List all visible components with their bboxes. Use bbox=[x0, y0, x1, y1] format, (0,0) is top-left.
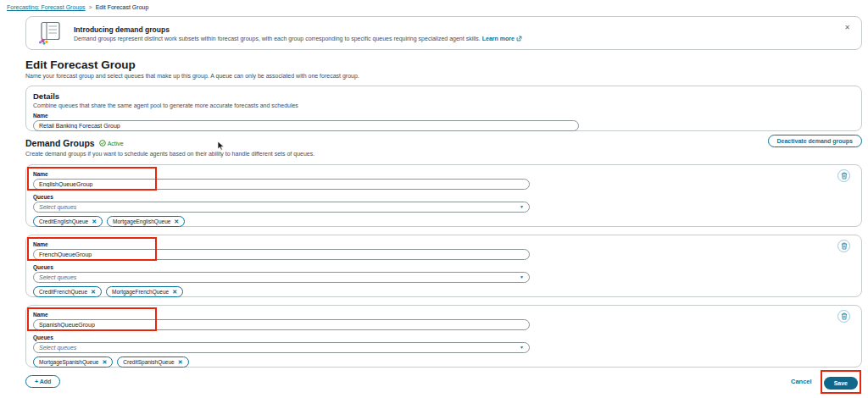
queues-select[interactable]: Select queues ▼ bbox=[33, 272, 530, 283]
demand-group-card-french: Name Queues Select queues ▼ CreditFrench… bbox=[25, 235, 862, 297]
queue-chip-label: MortgageEnglishQueue bbox=[113, 218, 170, 224]
queues-select[interactable]: Select queues ▼ bbox=[33, 202, 530, 213]
chevron-down-icon: ▼ bbox=[520, 345, 524, 350]
details-card: Details Combine queues that share the sa… bbox=[25, 86, 862, 131]
trash-icon bbox=[841, 172, 848, 180]
demand-group-card-spanish: Name Queues Select queues ▼ MortgageSpan… bbox=[25, 305, 862, 368]
plus-icon: + bbox=[35, 379, 38, 384]
queue-chip-label: MortgageSpanishQueue bbox=[39, 359, 98, 365]
trash-icon bbox=[841, 312, 848, 320]
page-subtitle: Name your forecast group and select queu… bbox=[25, 73, 868, 79]
demand-groups-banner: Introducing demand groups Demand groups … bbox=[25, 16, 862, 50]
dismiss-icon[interactable]: ✕ bbox=[172, 289, 177, 295]
group-name-label: Name bbox=[33, 171, 854, 177]
queue-chip: CreditFrenchQueue ✕ bbox=[33, 286, 102, 297]
cancel-button[interactable]: Cancel bbox=[791, 378, 812, 385]
queue-chip: MortgageEnglishQueue ✕ bbox=[107, 216, 185, 227]
queue-chip: MortgageFrenchQueue ✕ bbox=[106, 286, 183, 297]
queue-chip: CreditEnglishQueue ✕ bbox=[33, 216, 103, 227]
selected-queues: CreditEnglishQueue ✕ MortgageEnglishQueu… bbox=[33, 216, 854, 227]
demand-group-card-english: Name Queues Select queues ▼ CreditEnglis… bbox=[25, 164, 862, 227]
delete-group-button[interactable] bbox=[837, 240, 850, 252]
details-title: Details bbox=[33, 91, 854, 101]
demand-groups-title: Demand Groups bbox=[25, 138, 95, 148]
status-badge: Active bbox=[99, 140, 124, 146]
group-queues-label: Queues bbox=[33, 194, 854, 200]
deactivate-demand-groups-button[interactable]: Deactivate demand groups bbox=[768, 135, 862, 147]
demand-groups-illustration-icon bbox=[38, 21, 62, 45]
breadcrumb-current: Edit Forecast Group bbox=[96, 4, 149, 10]
dismiss-icon[interactable]: ✕ bbox=[174, 218, 179, 224]
queues-select-placeholder: Select queues bbox=[39, 204, 76, 210]
learn-more-link[interactable]: Learn more bbox=[482, 36, 515, 41]
queues-select[interactable]: Select queues ▼ bbox=[33, 342, 530, 353]
group-queues-label: Queues bbox=[33, 334, 854, 340]
dismiss-icon[interactable]: ✕ bbox=[178, 359, 183, 365]
group-queues-label: Queues bbox=[33, 264, 854, 270]
details-name-label: Name bbox=[33, 113, 854, 119]
footer-actions: + Add Cancel Save bbox=[25, 373, 862, 390]
footer-right: Cancel Save bbox=[791, 373, 858, 390]
demand-group-name-input[interactable] bbox=[33, 249, 530, 260]
chevron-down-icon: ▼ bbox=[520, 275, 524, 279]
page-title: Edit Forecast Group bbox=[25, 58, 868, 71]
dismiss-icon[interactable]: ✕ bbox=[92, 218, 97, 224]
selected-queues: CreditFrenchQueue ✕ MortgageFrenchQueue … bbox=[33, 286, 854, 297]
demand-group-name-input[interactable] bbox=[33, 319, 530, 330]
forecast-group-name-input[interactable] bbox=[33, 120, 579, 131]
delete-group-button[interactable] bbox=[837, 169, 850, 182]
chevron-down-icon: ▼ bbox=[520, 205, 524, 209]
queue-chip-label: CreditSpanishQueue bbox=[123, 359, 174, 365]
add-demand-group-button[interactable]: + Add bbox=[25, 375, 60, 388]
queue-chip-label: CreditFrenchQueue bbox=[39, 289, 87, 295]
queue-chip: CreditSpanishQueue ✕ bbox=[117, 357, 188, 368]
check-circle-icon bbox=[99, 140, 106, 146]
queue-chip-label: CreditEnglishQueue bbox=[39, 218, 88, 224]
queues-select-placeholder: Select queues bbox=[39, 345, 76, 351]
group-name-label: Name bbox=[33, 241, 854, 247]
selected-queues: MortgageSpanishQueue ✕ CreditSpanishQueu… bbox=[33, 357, 854, 368]
details-subtitle: Combine queues that share the same agent… bbox=[33, 102, 854, 108]
dismiss-icon[interactable]: ✕ bbox=[91, 289, 96, 295]
delete-group-button[interactable] bbox=[837, 310, 850, 323]
group-name-label: Name bbox=[33, 312, 854, 318]
queue-chip-label: MortgageFrenchQueue bbox=[112, 289, 169, 295]
queues-select-placeholder: Select queues bbox=[39, 274, 76, 280]
breadcrumb-link-forecast-groups[interactable]: Forecasting: Forecast Groups bbox=[7, 4, 86, 10]
breadcrumb-separator: > bbox=[89, 4, 92, 10]
close-icon[interactable]: ✕ bbox=[844, 25, 850, 31]
external-link-icon bbox=[516, 36, 522, 41]
trash-icon bbox=[841, 242, 848, 250]
banner-text: Introducing demand groups Demand groups … bbox=[74, 25, 522, 41]
status-badge-label: Active bbox=[108, 141, 124, 146]
demand-groups-header: Demand Groups Active Create demand group… bbox=[25, 138, 862, 157]
demand-groups-subtitle: Create demand groups if you want to sche… bbox=[25, 151, 862, 157]
dismiss-icon[interactable]: ✕ bbox=[102, 359, 107, 365]
banner-description: Demand groups represent distinct work su… bbox=[74, 36, 522, 41]
save-button-wrap: Save bbox=[824, 373, 858, 390]
demand-group-name-input[interactable] bbox=[33, 179, 530, 190]
banner-title: Introducing demand groups bbox=[74, 25, 522, 34]
save-button[interactable]: Save bbox=[824, 377, 858, 390]
breadcrumb: Forecasting: Forecast Groups > Edit Fore… bbox=[0, 0, 868, 10]
queue-chip: MortgageSpanishQueue ✕ bbox=[33, 357, 113, 368]
